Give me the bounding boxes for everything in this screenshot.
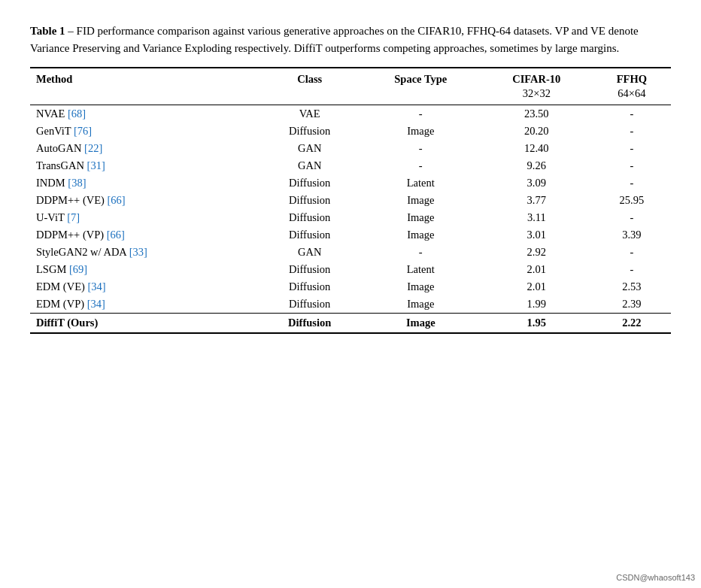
cite-ref: [7] [67,211,80,223]
cell-space-type: - [361,140,481,157]
cell-method: U-ViT [7] [30,209,259,226]
cell-class: Diffusion [259,174,361,192]
cell-class: Diffusion [259,278,361,296]
caption-text: – FID performance comparison against var… [30,25,639,54]
cell-ffhq: - [593,174,671,192]
cell-method: GenViT [76] [30,123,259,140]
cell-ffhq: 3.39 [593,226,671,244]
col-header-class: Class [259,68,361,87]
cell-ffhq: - [593,209,671,226]
caption-label: Table 1 [30,25,65,37]
cite-ref: [34] [87,298,105,310]
cell-space-type: Image [361,278,481,296]
cite-ref: [68] [68,108,86,120]
cell-ffhq: - [593,244,671,261]
cell-method-diffit: DiffiT (Ours) [30,314,259,334]
cell-ffhq: 25.95 [593,192,671,209]
cell-space-type: Image [361,123,481,140]
table-sub-header-row: 32×32 64×64 [30,87,671,105]
diffit-ours: (Ours) [65,317,99,329]
cite-ref: [66] [107,229,125,241]
table-header-row: Method Class Space Type CIFAR-10 FFHQ [30,68,671,87]
cell-ffhq: 2.53 [593,278,671,296]
cell-cifar10: 2.01 [481,278,593,296]
col-header-method: Method [30,68,259,87]
page-container: Table 1 – FID performance comparison aga… [30,23,671,334]
table-row: LSGM [69]DiffusionLatent2.01- [30,261,671,278]
cite-ref: [33] [129,246,147,258]
col-header-space-type: Space Type [361,68,481,87]
table-row: INDM [38]DiffusionLatent3.09- [30,174,671,192]
cell-cifar10: 9.26 [481,157,593,174]
cell-ffhq: - [593,140,671,157]
table-row-diffit: DiffiT (Ours)DiffusionImage1.952.22 [30,314,671,334]
col-sub-class [259,87,361,105]
cell-class: GAN [259,140,361,157]
cell-space-type: Image [361,209,481,226]
table-row: U-ViT [7]DiffusionImage3.11- [30,209,671,226]
cite-ref: [76] [74,125,92,137]
cell-class: Diffusion [259,123,361,140]
cell-cifar10: 3.11 [481,209,593,226]
cell-cifar10: 3.01 [481,226,593,244]
col-sub-ffhq: 64×64 [593,87,671,105]
cell-method: LSGM [69] [30,261,259,278]
table-row: TransGAN [31]GAN-9.26- [30,157,671,174]
cell-method: DDPM++ (VE) [66] [30,192,259,209]
col-sub-method [30,87,259,105]
table-row: DDPM++ (VE) [66]DiffusionImage3.7725.95 [30,192,671,209]
cell-class: Diffusion [259,296,361,314]
cell-space-type: - [361,244,481,261]
cell-class: GAN [259,244,361,261]
cell-space-type: Image [361,296,481,314]
table-row: DDPM++ (VP) [66]DiffusionImage3.013.39 [30,226,671,244]
table-row: AutoGAN [22]GAN-12.40- [30,140,671,157]
cell-class-diffit: Diffusion [259,314,361,334]
cell-ffhq: - [593,123,671,140]
cell-class: VAE [259,105,361,123]
cell-cifar10: 12.40 [481,140,593,157]
cite-ref: [31] [87,159,105,171]
cell-class: Diffusion [259,209,361,226]
diffit-name: DiffiT [36,317,65,329]
cell-space-type: Image [361,226,481,244]
cell-cifar10-diffit: 1.95 [481,314,593,334]
cell-space-type: Image [361,192,481,209]
comparison-table: Method Class Space Type CIFAR-10 FFHQ 32… [30,67,671,334]
cell-space-type: - [361,157,481,174]
table-row: GenViT [76]DiffusionImage20.20- [30,123,671,140]
cell-cifar10: 2.92 [481,244,593,261]
cell-ffhq-diffit: 2.22 [593,314,671,334]
col-header-cifar10: CIFAR-10 [481,68,593,87]
cell-cifar10: 20.20 [481,123,593,140]
cite-ref: [38] [68,177,86,189]
cell-cifar10: 23.50 [481,105,593,123]
cell-cifar10: 2.01 [481,261,593,278]
cell-space-type: Latent [361,261,481,278]
cell-cifar10: 1.99 [481,296,593,314]
cell-space-type: - [361,105,481,123]
cell-space-type-diffit: Image [361,314,481,334]
watermark-text: CSDN@whaosoft143 [616,573,695,582]
cell-method: TransGAN [31] [30,157,259,174]
cell-class: Diffusion [259,261,361,278]
col-header-ffhq: FFHQ [593,68,671,87]
cell-method: INDM [38] [30,174,259,192]
cell-ffhq: - [593,157,671,174]
cite-ref: [69] [69,263,87,275]
cell-method: StyleGAN2 w/ ADA [33] [30,244,259,261]
cite-ref: [66] [108,194,126,206]
cell-class: Diffusion [259,192,361,209]
cell-space-type: Latent [361,174,481,192]
table-caption: Table 1 – FID performance comparison aga… [30,23,671,56]
cell-cifar10: 3.77 [481,192,593,209]
cite-ref: [22] [84,142,102,154]
cell-class: Diffusion [259,226,361,244]
cell-ffhq: - [593,261,671,278]
cell-cifar10: 3.09 [481,174,593,192]
cell-method: EDM (VE) [34] [30,278,259,296]
table-row: EDM (VE) [34]DiffusionImage2.012.53 [30,278,671,296]
cell-method: EDM (VP) [34] [30,296,259,314]
cell-method: DDPM++ (VP) [66] [30,226,259,244]
table-row: EDM (VP) [34]DiffusionImage1.992.39 [30,296,671,314]
